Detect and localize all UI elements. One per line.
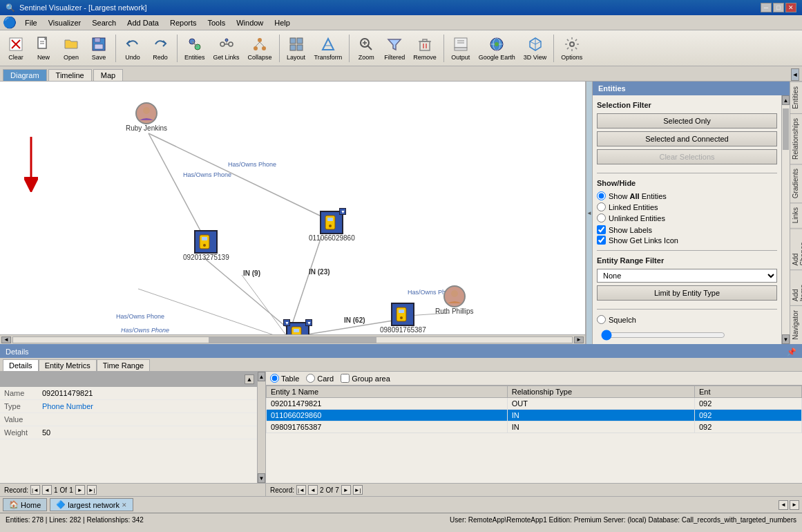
toolbar-undo[interactable]: Undo — [120, 32, 146, 64]
menu-window[interactable]: Window — [231, 17, 269, 28]
details-vscroll[interactable]: ▲ ▼ — [257, 372, 265, 483]
toolbar-getlinks[interactable]: Get Links — [210, 32, 243, 64]
rel-row-1[interactable]: 092011479821 OUT 092 — [267, 398, 802, 410]
menu-file[interactable]: File — [19, 17, 43, 28]
toolbar-open[interactable]: Open — [58, 32, 84, 64]
node-ruby[interactable]: Ruby Jenkins — [126, 102, 167, 132]
bottom-tab-timerange[interactable]: Time Range — [97, 359, 151, 371]
clear-selections-btn[interactable]: Clear Selections — [597, 149, 777, 164]
rel-checkbox-group[interactable]: Group area — [341, 374, 390, 383]
menu-help[interactable]: Help — [269, 17, 296, 28]
menu-adddata[interactable]: Add Data — [122, 17, 164, 28]
selected-connected-btn[interactable]: Selected and Connected — [597, 131, 777, 146]
node-phone1[interactable]: 092013275139 — [183, 230, 229, 261]
toolbar-layout[interactable]: Layout — [283, 32, 309, 64]
toolbar-options[interactable]: Options — [557, 32, 586, 64]
toolbar-google-earth[interactable]: Google Earth — [475, 32, 519, 64]
side-tab-navigator[interactable]: Navigator — [790, 305, 802, 344]
node-phone2[interactable]: ▼ 011066029860 — [309, 211, 355, 242]
toolbar-remove[interactable]: Remove — [410, 32, 440, 64]
details-nav-prev[interactable]: ◄ — [42, 485, 52, 495]
side-tab-links[interactable]: Links — [790, 202, 802, 227]
3dview-label: 3D View — [524, 54, 546, 61]
node-phone4[interactable]: ▼ ▼ 092011479821 — [275, 322, 321, 334]
hscroll-right[interactable]: ► — [574, 336, 584, 343]
rel-nav-first[interactable]: |◄ — [296, 485, 306, 495]
side-tab-additems[interactable]: Add Items — [790, 269, 802, 305]
rel-radio-card[interactable]: Card — [306, 374, 334, 383]
details-nav-of: Of — [60, 486, 68, 494]
toolbar-zoom[interactable]: Zoom — [353, 32, 379, 64]
menu-reports[interactable]: Reports — [164, 17, 202, 28]
radio-squelch[interactable]: Squelch — [597, 315, 777, 324]
rel-nav-next[interactable]: ► — [341, 485, 351, 495]
taskbar-network-close[interactable]: ✕ — [122, 502, 127, 509]
restore-button[interactable]: □ — [773, 3, 784, 12]
hscroll-left[interactable]: ◄ — [1, 336, 11, 343]
vscroll-track[interactable] — [782, 105, 790, 334]
toolbar-filtered[interactable]: Filtered — [381, 32, 408, 64]
checkbox-show-getlinks[interactable]: Show Get Links Icon — [597, 236, 777, 245]
rel-nav-last[interactable]: ►| — [353, 485, 363, 495]
minimize-button[interactable]: ─ — [761, 3, 772, 12]
toolbar-redo[interactable]: Redo — [147, 32, 173, 64]
bottom-tab-details[interactable]: Details — [3, 359, 39, 371]
details-scroll-down[interactable]: ▼ — [258, 473, 265, 483]
squelch-slider[interactable] — [601, 331, 725, 339]
rel-radio-table[interactable]: Table — [270, 374, 299, 383]
radio-linked[interactable]: Linked Entities — [597, 202, 777, 211]
bottom-pin-icon[interactable]: 📌 — [787, 348, 796, 357]
svg-point-13 — [229, 42, 233, 46]
toolbar-clear[interactable]: Clear — [3, 32, 29, 64]
menu-search[interactable]: Search — [86, 17, 122, 28]
diagram-canvas[interactable]: Has/Owns Phone Has/Owns Phone Has/Owns P… — [0, 82, 585, 334]
rel-row-3[interactable]: 098091765387 IN 092 — [267, 421, 802, 433]
toolbar-save[interactable]: Save — [86, 32, 112, 64]
selected-only-btn[interactable]: Selected Only — [597, 113, 777, 129]
side-tab-gradients[interactable]: Gradients — [790, 164, 802, 202]
taskbar-next[interactable]: ► — [790, 500, 799, 510]
close-button[interactable]: ✕ — [785, 3, 796, 12]
details-collapse-btn[interactable]: ▲ — [245, 374, 254, 384]
rel-nav-prev[interactable]: ◄ — [308, 485, 318, 495]
node-ruth[interactable]: Ruth Phillips — [435, 285, 474, 315]
node-phone3[interactable]: 098091765387 — [380, 303, 426, 334]
toolbar-new[interactable]: New — [30, 32, 57, 64]
hscroll-track[interactable] — [12, 336, 573, 343]
vscroll-down[interactable]: ▼ — [782, 334, 790, 344]
taskbar-network[interactable]: 🔷 largest network ✕ — [50, 498, 133, 511]
diagram-hscroll[interactable]: ◄ ► — [0, 334, 585, 344]
checkbox-show-labels[interactable]: Show Labels — [597, 225, 777, 234]
details-scroll-track[interactable] — [258, 381, 265, 473]
entities-vscroll[interactable]: ▲ ▼ — [781, 95, 790, 344]
rel-row-2-selected[interactable]: 011066029860 IN 092 — [267, 410, 802, 421]
tab-map[interactable]: Map — [93, 69, 123, 81]
details-scroll-up[interactable]: ▲ — [258, 372, 265, 381]
limit-by-entity-btn[interactable]: Limit by Entity Type — [597, 285, 777, 301]
vscroll-up[interactable]: ▲ — [782, 95, 790, 105]
details-nav-last[interactable]: ►| — [87, 485, 97, 495]
panel-collapse-handle[interactable]: ◄ — [586, 82, 593, 344]
details-nav-next[interactable]: ► — [75, 485, 85, 495]
toolbar-collapse[interactable]: Collapse — [245, 32, 276, 64]
toolbar-entities[interactable]: Entities — [181, 32, 209, 64]
entity-range-dropdown[interactable]: None — [597, 269, 777, 283]
toolbar-3dview[interactable]: 3D View — [520, 32, 550, 64]
side-tab-relationships[interactable]: Relationships — [790, 113, 802, 164]
tab-diagram[interactable]: Diagram — [3, 69, 47, 81]
menu-visualizer[interactable]: Visualizer — [43, 17, 87, 28]
details-nav-first[interactable]: |◄ — [30, 485, 40, 495]
bottom-tab-metrics[interactable]: Entity Metrics — [39, 359, 97, 371]
menu-tools[interactable]: Tools — [202, 17, 231, 28]
radio-unlinked[interactable]: Unlinked Entities — [597, 213, 777, 222]
separator-6 — [553, 35, 554, 62]
tab-timeline[interactable]: Timeline — [48, 69, 92, 81]
toolbar-output[interactable]: Output — [448, 32, 474, 64]
taskbar-prev[interactable]: ◄ — [779, 500, 788, 510]
panel-collapse-left[interactable]: ◄ — [791, 68, 799, 81]
side-tab-entities[interactable]: Entities — [790, 82, 802, 113]
side-tab-addshapes[interactable]: Add Shapes — [790, 228, 802, 269]
toolbar-transform[interactable]: Transform — [311, 32, 346, 64]
radio-show-all[interactable]: Show All Entities — [597, 191, 777, 200]
taskbar-home[interactable]: 🏠 Home — [3, 498, 47, 511]
